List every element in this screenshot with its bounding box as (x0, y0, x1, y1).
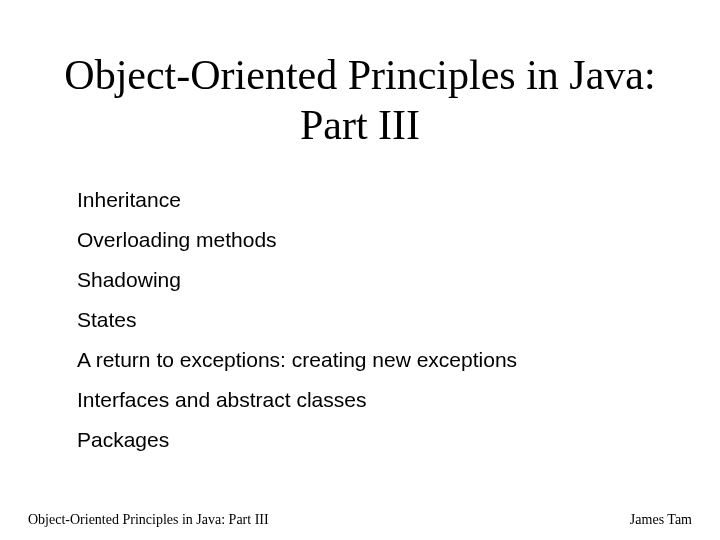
list-item: Inheritance (77, 189, 665, 210)
topic-list: Inheritance Overloading methods Shadowin… (55, 189, 665, 469)
footer-left: Object-Oriented Principles in Java: Part… (28, 512, 269, 528)
list-item: Packages (77, 429, 665, 450)
list-item: Shadowing (77, 269, 665, 290)
slide-footer: Object-Oriented Principles in Java: Part… (0, 512, 720, 528)
list-item: Interfaces and abstract classes (77, 389, 665, 410)
slide-title: Object-Oriented Principles in Java: Part… (55, 50, 665, 151)
list-item: A return to exceptions: creating new exc… (77, 349, 665, 370)
list-item: States (77, 309, 665, 330)
slide: Object-Oriented Principles in Java: Part… (0, 0, 720, 540)
list-item: Overloading methods (77, 229, 665, 250)
footer-right: James Tam (630, 512, 692, 528)
